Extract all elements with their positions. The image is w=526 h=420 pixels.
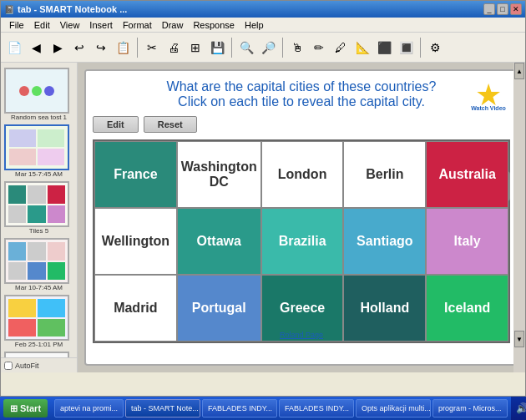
controls-bar: Edit Reset [86, 113, 517, 136]
reset-button[interactable]: Reset [144, 116, 197, 133]
menu-view[interactable]: View [55, 18, 85, 33]
grid: France Washington DC London Berlin Austr… [93, 139, 510, 343]
cell-brazilia[interactable]: Brazilia [261, 208, 344, 275]
close-button[interactable]: ✕ [510, 3, 522, 15]
cell-france[interactable]: France [94, 141, 177, 208]
grid-icon[interactable]: ⊞ [185, 38, 205, 58]
menu-bar: File Edit View Insert Format Draw Respon… [1, 18, 525, 33]
taskbar-item-4[interactable]: Opts aplikacji multi... [356, 399, 431, 417]
settings-icon[interactable]: ⚙ [425, 38, 445, 58]
window-title: tab - SMART Notebook ... [18, 4, 127, 14]
sep4 [420, 38, 421, 58]
scroll-up-button[interactable]: ▲ [514, 63, 524, 79]
undo-icon[interactable]: ↩ [69, 38, 89, 58]
tool6-icon[interactable]: 🔳 [396, 38, 416, 58]
taskbar: ⊞ Start aptevi na promi... tab - SMART N… [0, 397, 526, 420]
taskbar-item-1[interactable]: tab - SMART Note... [125, 399, 200, 417]
watch-video-label: Watch Video [471, 105, 506, 111]
title-bar: 📓 tab - SMART Notebook ... _ □ ✕ [1, 1, 525, 18]
start-button[interactable]: ⊞ Start [3, 399, 48, 417]
thumb-5-container: Feb 25-1:01 PM [4, 295, 73, 348]
taskbar-items: aptevi na promi... tab - SMART Note... F… [51, 399, 511, 417]
taskbar-tray: 🔊 🌐 11:33 [511, 397, 526, 420]
sidebar: Random sea tost 1 Mar 15-7:45 AM Tiles 5 [1, 63, 78, 372]
taskbar-item-2[interactable]: FABLADES INDY... [202, 399, 277, 417]
thumb-3-container: Tiles 5 [4, 181, 73, 235]
thumb-1-container: Random sea tost 1 [4, 68, 73, 121]
question-line1: What are the capital cities of these cou… [103, 79, 500, 94]
cell-washington[interactable]: Washington DC [177, 141, 261, 208]
menu-draw[interactable]: Draw [157, 18, 189, 33]
sep2 [231, 38, 232, 58]
edit-button[interactable]: Edit [93, 116, 139, 133]
window-controls: _ □ ✕ [483, 3, 522, 15]
sidebar-thumb-2[interactable] [4, 124, 69, 170]
tool5-icon[interactable]: ⬛ [374, 38, 394, 58]
zoom-out-icon[interactable]: 🔎 [258, 38, 278, 58]
menu-insert[interactable]: Insert [84, 18, 118, 33]
back-icon[interactable]: ◀ [26, 38, 46, 58]
cell-wellington[interactable]: Wellington [94, 208, 177, 275]
sep3 [282, 38, 283, 58]
tool4-icon[interactable]: 📐 [352, 38, 372, 58]
autofit-checkbox[interactable] [4, 362, 13, 370]
tool3-icon[interactable]: 🖊 [331, 38, 351, 58]
save-icon[interactable]: 💾 [207, 38, 227, 58]
taskbar-item-3[interactable]: FABLADES INDY... [279, 399, 354, 417]
main-window: 📓 tab - SMART Notebook ... _ □ ✕ File Ed… [0, 0, 526, 397]
scissors-icon[interactable]: ✂ [142, 38, 162, 58]
toolbar-main: 📄 ◀ ▶ ↩ ↪ 📋 ✂ 🖨 ⊞ 💾 🔍 🔎 🖱 ✏ 🖊 📐 ⬛ 🔳 ⚙ [1, 33, 525, 63]
forward-icon[interactable]: ▶ [48, 38, 68, 58]
sidebar-thumb-3[interactable] [4, 181, 69, 227]
minimize-button[interactable]: _ [483, 3, 495, 15]
question-line2: Click on each tile to reveal the capital… [103, 94, 500, 109]
menu-format[interactable]: Format [118, 18, 157, 33]
cell-australia[interactable]: Australia [426, 141, 508, 208]
scroll-right: ▲ ▼ [513, 63, 525, 372]
cell-santiago[interactable]: Santiago [343, 208, 426, 275]
sidebar-thumb-1[interactable] [4, 68, 69, 114]
question-area: What are the capital cities of these cou… [86, 71, 517, 113]
thumb-2-container: Mar 15-7:45 AM [4, 124, 73, 178]
tray-icon-1: 🔊 [516, 402, 526, 414]
cell-ottawa[interactable]: Ottawa [177, 208, 261, 275]
main-content: ★ Watch Video What are the capital citie… [78, 63, 525, 372]
sidebar-label-1: Random sea tost 1 [4, 114, 73, 121]
menu-edit[interactable]: Edit [29, 18, 55, 33]
notebook-page: ★ Watch Video What are the capital citie… [84, 69, 518, 366]
maximize-button[interactable]: □ [497, 3, 508, 15]
redo-icon[interactable]: ↪ [91, 38, 111, 58]
sidebar-label-5: Feb 25-1:01 PM [4, 341, 73, 348]
sidebar-thumb-4[interactable] [4, 238, 69, 284]
taskbar-item-5[interactable]: program - Micros... [432, 399, 508, 417]
new-icon[interactable]: 📄 [4, 38, 24, 58]
autofit-label: AutoFit [15, 362, 39, 370]
sep1 [137, 38, 138, 58]
sidebar-thumb-5[interactable] [4, 295, 69, 341]
watch-video-badge[interactable]: ★ Watch Video [463, 74, 513, 116]
thumb-4-container: Mar 10-7:45 AM [4, 238, 73, 291]
print-icon[interactable]: 🖨 [164, 38, 184, 58]
cell-berlin[interactable]: Berlin [343, 141, 426, 208]
menu-help[interactable]: Help [240, 18, 269, 33]
paste-icon[interactable]: 📋 [113, 38, 133, 58]
sidebar-label-4: Mar 10-7:45 AM [4, 284, 73, 291]
sidebar-label-2: Mar 15-7:45 AM [4, 170, 73, 178]
cell-london[interactable]: London [261, 141, 344, 208]
tool1-icon[interactable]: 🖱 [287, 38, 307, 58]
cell-italy[interactable]: Italy [426, 208, 508, 275]
scroll-down-button[interactable]: ▼ [514, 331, 524, 347]
roland-page-link[interactable]: Roland Page [86, 331, 517, 339]
menu-response[interactable]: Response [188, 18, 240, 33]
autofit-bar: AutoFit [1, 357, 78, 372]
sidebar-label-3: Tiles 5 [4, 227, 73, 235]
taskbar-item-0[interactable]: aptevi na promi... [54, 399, 124, 417]
menu-file[interactable]: File [4, 18, 29, 33]
tool2-icon[interactable]: ✏ [309, 38, 329, 58]
zoom-in-icon[interactable]: 🔍 [236, 38, 256, 58]
